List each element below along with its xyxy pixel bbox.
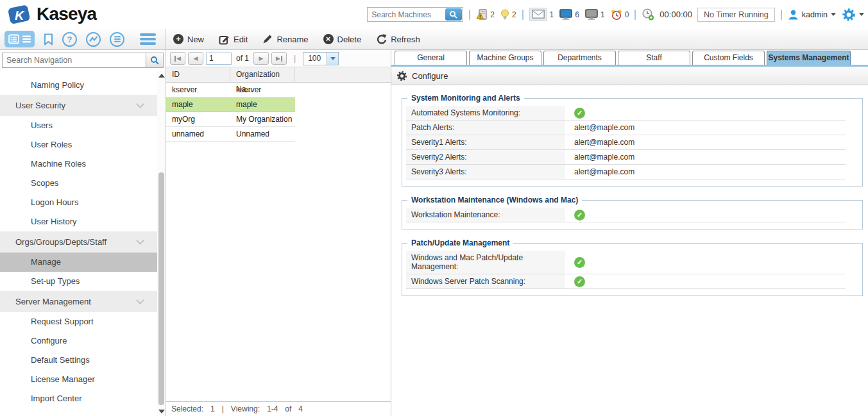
- enabled-check-icon: ✓: [574, 276, 585, 287]
- machines-online-counter[interactable]: 6: [559, 9, 579, 20]
- tab-general[interactable]: General: [395, 51, 467, 65]
- navigation-sidebar: Naming Policy User Security Users User R…: [0, 50, 166, 416]
- sidebar-section-user-security[interactable]: User Security: [0, 95, 157, 116]
- org-row-maple[interactable]: maple maple: [166, 97, 295, 112]
- chevron-down-icon: [136, 237, 144, 245]
- tab-custom-fields[interactable]: Custom Fields: [692, 51, 765, 65]
- config-row: Patch Alerts: alert@maple.com: [406, 121, 846, 135]
- tip-counter[interactable]: 2: [500, 9, 516, 21]
- sidebar-item-user-roles[interactable]: User Roles: [0, 135, 157, 154]
- sidebar-scrollbar[interactable]: [157, 71, 166, 416]
- severity1-alerts-value: alert@maple.com: [574, 138, 634, 147]
- timer-status[interactable]: No Timer Running: [697, 8, 775, 22]
- sidebar-item-license-manager[interactable]: License Manager: [0, 370, 157, 389]
- tab-departments[interactable]: Departments: [543, 51, 616, 65]
- last-page-button[interactable]: ▶: [271, 52, 287, 65]
- sidebar-item-scopes[interactable]: Scopes: [0, 174, 157, 193]
- sidebar-item-logon-hours[interactable]: Logon Hours: [0, 193, 157, 212]
- detail-tabs: General Machine Groups Departments Staff…: [391, 50, 868, 65]
- config-row: Windows Server Patch Scanning: ✓: [406, 274, 846, 289]
- server-warning-icon: [476, 9, 488, 21]
- list-icon: [22, 34, 31, 44]
- top-bar: K Kaseya 2: [0, 0, 868, 29]
- sidebar-item-configure[interactable]: Configure: [0, 331, 157, 351]
- navigation-list: Naming Policy User Security Users User R…: [0, 71, 157, 416]
- bookmark-icon[interactable]: [44, 33, 53, 46]
- scroll-down-icon[interactable]: [158, 410, 165, 413]
- reports-icon[interactable]: [110, 32, 124, 47]
- enabled-check-icon: ✓: [574, 108, 585, 119]
- separator: [634, 10, 636, 20]
- edit-button[interactable]: Edit: [219, 34, 248, 45]
- sidebar-item-set-up-types[interactable]: Set-up Types: [0, 272, 157, 291]
- refresh-button[interactable]: Refresh: [376, 34, 420, 44]
- delete-button[interactable]: × Delete: [323, 34, 362, 44]
- kaseya-logo: K Kaseya: [6, 3, 96, 25]
- gear-icon: [842, 8, 856, 22]
- menu-icon[interactable]: [140, 33, 156, 45]
- org-row-myorg[interactable]: myOrg My Organization: [166, 112, 295, 127]
- help-icon[interactable]: ?: [62, 32, 77, 47]
- configure-button[interactable]: Configure: [412, 71, 448, 81]
- selected-count: 1: [210, 404, 215, 413]
- layout-toggle-button[interactable]: [4, 31, 35, 47]
- section-patch-update-management: Patch/Update Management Windows and Mac …: [402, 238, 863, 296]
- sidebar-item-naming-policy[interactable]: Naming Policy: [0, 76, 157, 95]
- sidebar-item-machine-roles[interactable]: Machine Roles: [0, 154, 157, 174]
- sidebar-section-server-management[interactable]: Server Management: [0, 291, 157, 312]
- rename-button[interactable]: Rename: [262, 34, 308, 44]
- page-count-label: of 1: [236, 54, 249, 63]
- sidebar-item-user-history[interactable]: User History: [0, 212, 157, 231]
- systems-management-content: System Monitoring and Alerts Automated S…: [391, 85, 868, 296]
- svg-text:K: K: [15, 8, 25, 22]
- sidebar-item-default-settings[interactable]: Default Settings: [0, 351, 157, 370]
- navigation-search-input[interactable]: [3, 53, 146, 67]
- brand-text: Kaseya: [37, 4, 96, 24]
- org-row-unnamed[interactable]: unnamed Unnamed: [166, 127, 295, 142]
- start-timer-icon[interactable]: [642, 8, 654, 21]
- scrollbar-thumb[interactable]: [158, 172, 164, 405]
- sidebar-item-manage[interactable]: Manage: [0, 253, 157, 272]
- org-row-kserver[interactable]: kserver kserver: [166, 83, 295, 97]
- separator: [781, 10, 782, 20]
- sidebar-item-import-center[interactable]: Import Center: [0, 389, 157, 408]
- page-number-input[interactable]: [206, 53, 232, 65]
- page-size-select[interactable]: 100: [303, 52, 339, 65]
- navigation-search-button[interactable]: [146, 53, 163, 67]
- column-header-id[interactable]: ID: [166, 67, 230, 82]
- settings-menu[interactable]: [842, 8, 864, 22]
- config-row: Workstation Maintenance: ✓: [406, 208, 846, 222]
- column-header-organization-name[interactable]: Organization Na...: [230, 67, 295, 82]
- chevron-down-icon: [859, 13, 864, 16]
- tab-systems-management[interactable]: Systems Management: [767, 51, 851, 65]
- machines-offline-count: 1: [600, 10, 605, 19]
- first-page-button[interactable]: ◀: [170, 52, 185, 65]
- server-warning-counter[interactable]: 2: [476, 9, 495, 21]
- status-divider: |: [222, 404, 224, 413]
- activity-icon[interactable]: [86, 32, 101, 47]
- new-button[interactable]: + New: [173, 34, 204, 44]
- username: kadmin: [802, 10, 828, 19]
- tab-staff[interactable]: Staff: [618, 51, 690, 65]
- previous-page-button[interactable]: ◀: [188, 52, 203, 65]
- sidebar-tools: ?: [0, 29, 166, 49]
- sidebar-section-orgs-groups-depts-staff[interactable]: Orgs/Groups/Depts/Staff: [0, 231, 157, 253]
- sidebar-item-users[interactable]: Users: [0, 116, 157, 135]
- machines-offline-counter[interactable]: 1: [585, 9, 605, 20]
- user-menu[interactable]: kadmin: [788, 10, 836, 20]
- of-label: of: [285, 404, 291, 413]
- tab-machine-groups[interactable]: Machine Groups: [469, 51, 541, 65]
- message-counter[interactable]: 1: [529, 8, 554, 21]
- organization-list-panel: ◀ ◀ of 1 ▶ ▶ | 100 ID Organization Na...…: [166, 50, 391, 416]
- chevron-down-icon: [330, 57, 336, 60]
- config-row: Windows and Mac Patch/Update Management:…: [406, 251, 846, 274]
- alarm-counter[interactable]: 0: [611, 9, 629, 21]
- message-count: 1: [550, 10, 554, 19]
- sidebar-item-request-support[interactable]: Request Support: [0, 312, 157, 331]
- page-size-dropdown-button[interactable]: [327, 53, 338, 65]
- next-page-button[interactable]: ▶: [253, 52, 269, 65]
- machine-search-button[interactable]: [445, 8, 462, 21]
- machine-search-input[interactable]: [368, 10, 445, 19]
- pager-bar: ◀ ◀ of 1 ▶ ▶ | 100: [166, 50, 391, 67]
- scroll-up-icon[interactable]: [158, 74, 165, 78]
